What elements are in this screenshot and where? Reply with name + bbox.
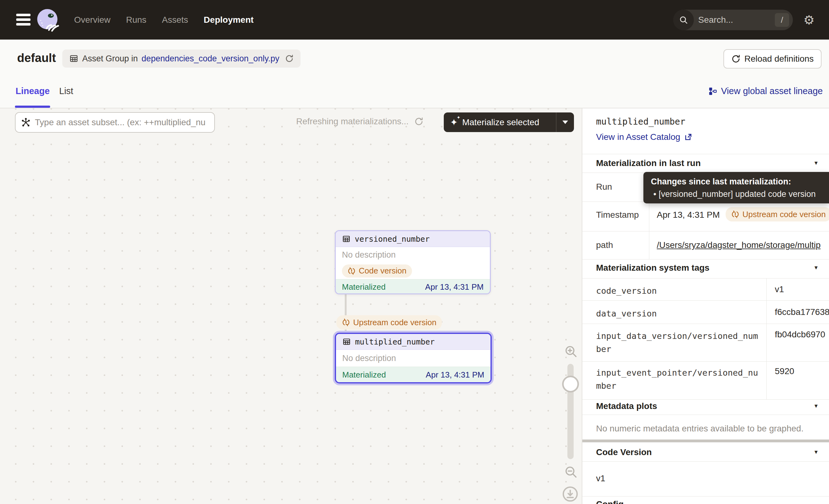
view-tabs: Lineage List View global asset lineage — [0, 78, 829, 108]
horizontal-scrollbar[interactable] — [582, 439, 829, 442]
materialization-timestamp[interactable]: Apr 13, 4:31 PM — [425, 282, 483, 292]
view-global-asset-lineage-link[interactable]: View global asset lineage — [709, 86, 823, 96]
code-version-changed-icon — [342, 318, 350, 326]
tooltip-change-item: [versioned_number] updated code version — [651, 189, 822, 199]
op-selector-icon — [21, 117, 31, 128]
collapse-metadata-plots-icon[interactable]: ▼ — [814, 403, 819, 409]
asset-subset-input[interactable] — [35, 117, 209, 128]
upstream-tag-label: Upstream code version — [353, 318, 436, 327]
table-column-divider — [766, 278, 767, 399]
table-icon — [342, 337, 351, 346]
download-image-button[interactable] — [562, 485, 579, 503]
divider — [582, 415, 829, 415]
tooltip-title: Changes since last materialization: — [651, 177, 822, 187]
asset-node-multiplied-number[interactable]: multiplied_number No description Materia… — [335, 333, 492, 384]
asset-name: multiplied_number — [355, 337, 435, 347]
reload-definitions-button[interactable]: Reload definitions — [723, 49, 822, 69]
collapse-code-version-icon[interactable]: ▼ — [814, 449, 819, 456]
divider — [582, 496, 829, 497]
asset-node-versioned-number[interactable]: versioned_number No description Code ver… — [335, 230, 491, 294]
asset-subset-filter[interactable] — [15, 112, 215, 133]
materialize-label: Materialize selected — [462, 117, 539, 128]
panel-asset-name: multiplied_number — [596, 116, 685, 127]
search-input[interactable] — [694, 15, 775, 25]
tab-lineage[interactable]: Lineage — [15, 86, 50, 96]
asset-tag-row: Code version — [336, 262, 490, 279]
asset-description: No description — [336, 350, 491, 367]
chevron-down-icon — [563, 120, 568, 124]
upstream-tag-pill: Upstream code version — [336, 315, 442, 330]
zoom-out-button[interactable] — [564, 465, 578, 479]
code-version-changed-icon — [348, 267, 356, 275]
divider — [582, 461, 829, 462]
table-icon — [342, 235, 351, 243]
group-file-link[interactable]: dependencies_code_version_only.py — [142, 54, 279, 64]
tab-list[interactable]: List — [59, 86, 73, 96]
nav-deployment[interactable]: Deployment — [204, 15, 253, 25]
code-version-changed-icon — [731, 210, 739, 218]
asset-name: versioned_number — [355, 235, 430, 244]
search-shortcut-badge: / — [775, 13, 789, 27]
divider — [582, 399, 829, 400]
materialized-status: Materialized — [342, 370, 386, 380]
path-link[interactable]: /Users/sryza/dagster_home/storage/multip — [657, 240, 829, 250]
global-lineage-label: View global asset lineage — [721, 86, 823, 96]
zoom-slider-handle[interactable] — [562, 376, 579, 393]
nav-assets[interactable]: Assets — [162, 15, 188, 25]
tag-value: v1 — [775, 284, 784, 294]
reload-definitions-label: Reload definitions — [744, 54, 814, 64]
gear-icon[interactable]: ⚙ — [803, 0, 815, 40]
upstream-code-version-tag[interactable]: Upstream code version — [726, 207, 829, 221]
asset-status-bar: Materialized Apr 13, 4:31 PM — [336, 279, 490, 294]
tag-key: code_version — [596, 284, 760, 297]
tag-value: fb04dcb6970 — [775, 330, 825, 339]
asset-details-panel: multiplied_number View in Asset Catalog … — [582, 108, 829, 504]
section-system-tags-heading: Materialization system tags — [596, 263, 710, 273]
refreshing-icon[interactable] — [414, 117, 424, 126]
section-code-version-heading: Code Version — [596, 447, 652, 457]
collapse-system-tags-icon[interactable]: ▼ — [814, 265, 819, 271]
materialization-timestamp[interactable]: Apr 13, 4:31 PM — [426, 370, 484, 380]
timestamp-value: Apr 13, 4:31 PM — [657, 210, 720, 220]
section-metadata-plots-heading: Metadata plots — [596, 401, 657, 411]
materialize-selected-button[interactable]: ✦✦ Materialize selected — [444, 112, 574, 132]
global-lineage-icon — [709, 87, 717, 96]
reload-group-icon[interactable] — [285, 54, 294, 63]
view-in-asset-catalog-link[interactable]: View in Asset Catalog — [596, 132, 693, 142]
dagster-app: Overview Runs Assets Deployment / ⚙ defa… — [0, 0, 829, 504]
tag-key: input_event_pointer/versioned_number — [596, 366, 760, 393]
zoom-in-button[interactable] — [564, 345, 578, 358]
dagster-logo[interactable] — [35, 7, 60, 33]
code-version-tag-label: Code version — [359, 266, 406, 276]
tag-value: 5920 — [775, 366, 794, 376]
reload-icon — [731, 54, 741, 64]
asset-graph-canvas[interactable]: Refreshing materializations... ✦✦ Materi… — [0, 108, 582, 504]
primary-nav: Overview Runs Assets Deployment — [74, 0, 253, 40]
search-box[interactable]: / — [673, 10, 793, 30]
catalog-link-label: View in Asset Catalog — [596, 132, 680, 142]
section-config-heading: Config — [596, 499, 624, 504]
asset-node-header: multiplied_number — [336, 334, 491, 350]
tag-key: data_version — [596, 307, 760, 320]
code-version-tag[interactable]: Code version — [342, 264, 412, 278]
materialize-dropdown-button[interactable] — [556, 120, 574, 124]
divider — [582, 259, 829, 259]
nav-overview[interactable]: Overview — [74, 15, 111, 25]
section-last-run-heading: Materialization in last run — [596, 158, 701, 168]
nav-runs[interactable]: Runs — [126, 15, 146, 25]
changes-tooltip: Changes since last materialization: [ver… — [643, 172, 829, 204]
menu-icon[interactable] — [16, 14, 31, 26]
row-label-timestamp: Timestamp — [596, 210, 639, 220]
divider — [582, 231, 829, 231]
metadata-plots-empty-message: No numeric metadata entries available to… — [596, 424, 803, 434]
asset-description: No description — [336, 247, 490, 262]
collapse-last-run-icon[interactable]: ▼ — [814, 160, 819, 166]
divider — [582, 154, 829, 154]
upstream-code-version-tag[interactable]: Upstream code version — [336, 315, 442, 330]
tag-value: f6ccba177638 — [775, 307, 829, 317]
code-version-value: v1 — [596, 473, 605, 483]
page-header: default Asset Group in dependencies_code… — [0, 40, 829, 78]
divider — [582, 278, 829, 279]
refreshing-status: Refreshing materializations... — [296, 116, 424, 127]
dagster-logo-icon — [35, 7, 60, 33]
